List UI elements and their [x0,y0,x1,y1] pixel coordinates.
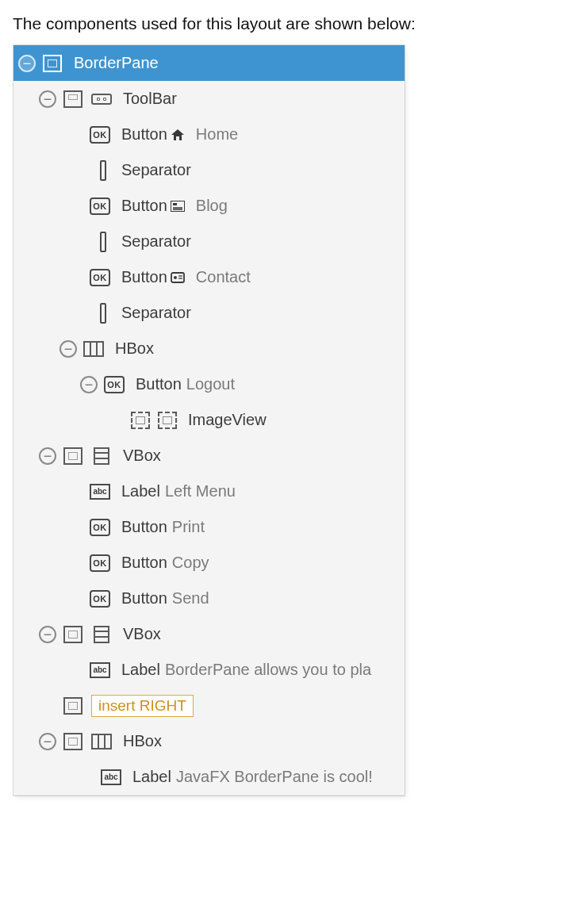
node-text: Copy [172,554,209,572]
separator-icon [90,162,110,179]
node-type: Label [121,482,160,500]
tree-row-hbox[interactable]: − HBox [13,331,405,366]
label-abc-icon: abc [90,483,110,500]
imageview-icon [131,412,150,429]
vbox-icon [91,447,112,465]
hierarchy-panel: − BorderPane − ToolBar OK Button H [13,44,405,796]
container-icon [63,697,83,715]
intro-text: The components used for this layout are … [13,14,574,33]
tree-row-imageview[interactable]: ImageView [13,402,405,438]
node-type: ImageView [188,411,267,429]
container-icon [63,447,83,465]
tree-row-separator[interactable]: Separator [13,152,405,188]
button-ok-icon: OK [104,376,125,393]
expander-minus-icon[interactable]: − [18,55,36,72]
tree-row-label-center[interactable]: abc Label BorderPane allows you to pla [13,652,405,688]
node-text: BorderPane allows you to pla [165,661,371,679]
vbox-icon [91,626,112,643]
node-text: Print [172,518,205,536]
tree-row-label-leftmenu[interactable]: abc Label Left Menu [13,474,405,509]
node-type: Label [132,768,171,786]
separator-icon [90,233,110,251]
node-text: JavaFX BorderPane is cool! [176,768,373,786]
tree-row-button-home[interactable]: OK Button Home [13,117,405,152]
node-type: Button [136,375,182,393]
node-type: Label [121,661,160,679]
tree-row-label-bottom[interactable]: abc Label JavaFX BorderPane is cool! [13,759,405,795]
hbox-icon [91,733,112,750]
tree-row-button-logout[interactable]: − OK Button Logout [13,366,405,402]
node-type: Button [121,125,167,144]
node-type: VBox [123,625,161,643]
expander-minus-icon[interactable]: − [39,733,56,750]
label-abc-icon: abc [90,661,110,679]
node-type: HBox [115,339,154,358]
imageview-icon [158,412,177,429]
node-type: BorderPane [74,54,159,72]
container-icon [63,733,83,750]
expander-minus-icon[interactable]: − [39,90,56,108]
tree-row-vbox-center[interactable]: − VBox [13,616,405,652]
container-icon [63,626,83,643]
node-type: Separator [121,304,191,322]
node-type: ToolBar [123,90,177,108]
button-ok-icon: OK [90,126,110,144]
expander-minus-icon[interactable]: − [39,447,56,465]
node-text: Blog [196,197,228,215]
node-type: Separator [121,161,191,179]
tree-row-hbox-bottom[interactable]: − HBox [13,723,405,759]
node-type: VBox [123,447,161,465]
node-type: Button [121,268,167,286]
tree-row-toolbar[interactable]: − ToolBar [13,81,405,117]
toolbar-icon [91,90,112,108]
tree-row-button-print[interactable]: OK Button Print [13,509,405,545]
node-text: Send [172,589,209,608]
tree-row-button-blog[interactable]: OK Button Blog [13,188,405,224]
node-type: Button [121,554,167,572]
expander-minus-icon[interactable]: − [39,626,56,643]
label-abc-icon: abc [101,769,121,786]
node-text: Logout [186,375,235,393]
tree-row-separator[interactable]: Separator [13,224,405,259]
button-ok-icon: OK [90,554,110,572]
tree-row-button-contact[interactable]: OK Button Contact [13,259,405,295]
tree-row-insert-right[interactable]: insert RIGHT [13,688,405,723]
home-icon [169,128,186,142]
button-ok-icon: OK [90,590,110,608]
contact-icon [169,270,186,285]
button-ok-icon: OK [90,269,110,286]
button-ok-icon: OK [90,197,110,215]
svg-rect-0 [171,201,185,212]
node-text: Contact [196,268,251,286]
node-type: HBox [123,732,162,750]
insert-placeholder[interactable]: insert RIGHT [91,695,194,717]
container-icon [63,90,83,108]
hbox-icon [83,340,104,358]
tree-row-separator[interactable]: Separator [13,295,405,331]
container-icon [42,55,63,72]
node-text: Home [196,125,238,144]
tree-row-button-send[interactable]: OK Button Send [13,581,405,616]
node-type: Button [121,197,167,215]
blog-icon [169,199,186,213]
node-text: Left Menu [165,482,236,500]
separator-icon [90,305,110,322]
tree-row-button-copy[interactable]: OK Button Copy [13,545,405,581]
button-ok-icon: OK [90,519,110,536]
svg-rect-4 [171,273,184,282]
expander-minus-icon[interactable]: − [80,376,98,393]
svg-rect-1 [173,203,177,205]
node-type: Button [121,589,167,608]
svg-point-5 [174,276,177,279]
node-type: Button [121,518,167,536]
expander-minus-icon[interactable]: − [59,340,77,358]
tree-row-borderpane[interactable]: − BorderPane [13,45,405,81]
tree-row-vbox-left[interactable]: − VBox [13,438,405,474]
node-type: Separator [121,232,191,251]
